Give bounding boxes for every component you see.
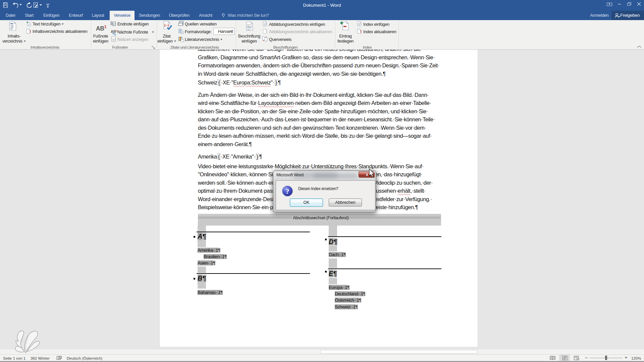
svg-text:i: i [113, 23, 114, 26]
svg-text:!: ! [360, 29, 362, 34]
svg-text:(–): (–) [164, 23, 169, 27]
svg-text:!: ! [30, 29, 31, 34]
svg-text:!: ! [266, 29, 267, 34]
svg-text:?: ? [286, 187, 289, 195]
